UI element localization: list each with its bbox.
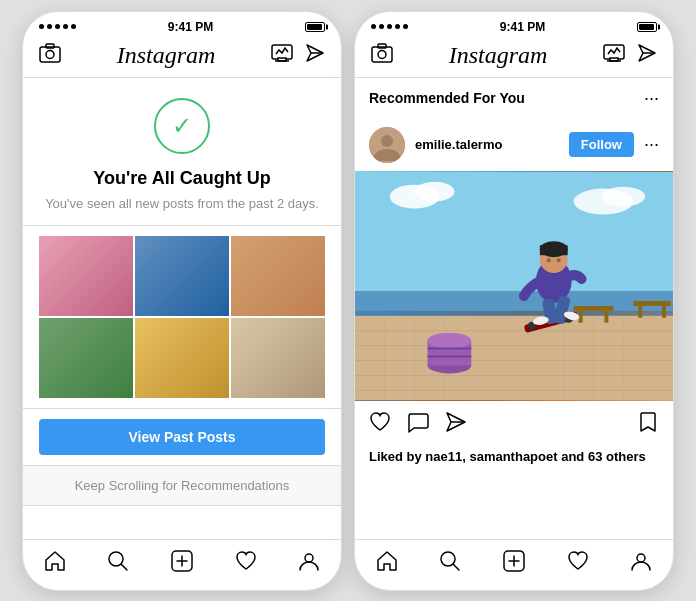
nav-right-right: [603, 43, 657, 68]
nav-right-left: [271, 43, 325, 68]
time-left: 9:41 PM: [168, 20, 213, 34]
svg-rect-49: [662, 305, 666, 317]
nav-search-left[interactable]: [107, 550, 129, 578]
battery-icon-right: [637, 22, 657, 32]
signal-dot-4: [63, 24, 68, 29]
svg-rect-65: [540, 245, 568, 255]
grid-cell-3: [231, 236, 325, 316]
svg-rect-2: [46, 44, 54, 48]
nav-bar-left: Instagram: [23, 38, 341, 78]
send-icon[interactable]: [305, 43, 325, 68]
signal-dot-5: [71, 24, 76, 29]
keep-scrolling-bar: Keep Scrolling for Recommendations: [23, 465, 341, 506]
status-bar-right: 9:41 PM: [355, 12, 673, 38]
svg-point-69: [441, 552, 455, 566]
svg-rect-46: [604, 310, 608, 322]
nav-add-right[interactable]: [503, 550, 525, 578]
nav-heart-left[interactable]: [235, 550, 257, 578]
svg-point-21: [381, 135, 393, 147]
svg-rect-47: [633, 300, 671, 305]
grid-cell-1: [39, 236, 133, 316]
camera-icon-right[interactable]: [371, 43, 393, 68]
nav-profile-right[interactable]: [630, 550, 652, 578]
caught-up-section: ✓ You're All Caught Up You've seen all n…: [23, 78, 341, 226]
post-header: emilie.talermo Follow ···: [355, 119, 673, 171]
nav-bar-right: Instagram: [355, 38, 673, 78]
checkmark-circle: ✓: [154, 98, 210, 154]
grid-cell-6: [231, 318, 325, 398]
recommended-title: Recommended For You: [369, 90, 525, 106]
signal-dots: [39, 24, 76, 29]
send-icon-right[interactable]: [637, 43, 657, 68]
grid-container: [39, 236, 325, 398]
signal-dot-2: [47, 24, 52, 29]
share-icon[interactable]: [445, 411, 467, 439]
logo-right: Instagram: [449, 42, 548, 69]
svg-rect-13: [372, 47, 392, 62]
battery-icon-left: [305, 22, 325, 32]
bottom-nav-left: [23, 539, 341, 590]
checkmark-icon: ✓: [172, 112, 192, 140]
like-icon[interactable]: [369, 411, 391, 439]
svg-rect-48: [638, 305, 642, 317]
recommended-header: Recommended For You ···: [355, 78, 673, 119]
signal-dot-r3: [387, 24, 392, 29]
signal-dot-r2: [379, 24, 384, 29]
time-right: 9:41 PM: [500, 20, 545, 34]
post-options-icon[interactable]: ···: [644, 134, 659, 155]
svg-point-24: [415, 181, 455, 201]
post-image: [355, 171, 673, 401]
svg-rect-15: [378, 44, 386, 48]
more-options-icon[interactable]: ···: [644, 88, 659, 109]
username: emilie.talermo: [415, 137, 559, 152]
nav-heart-right[interactable]: [567, 550, 589, 578]
left-phone: 9:41 PM Instagram: [22, 11, 342, 591]
svg-rect-28: [355, 315, 673, 399]
right-phone: 9:41 PM Instagram: [354, 11, 674, 591]
battery-area-right: [637, 22, 657, 32]
svg-point-66: [547, 258, 551, 262]
post-likes: Liked by nae11, samanthapoet and 63 othe…: [355, 449, 673, 468]
nav-home-left[interactable]: [44, 550, 66, 578]
post-actions: [355, 401, 673, 449]
avatar: [369, 127, 405, 163]
follow-button[interactable]: Follow: [569, 132, 634, 157]
grid-cell-2: [135, 236, 229, 316]
nav-add-left[interactable]: [171, 550, 193, 578]
caught-up-subtitle: You've seen all new posts from the past …: [45, 195, 319, 213]
signal-dots-right: [371, 24, 408, 29]
battery-fill-right: [639, 24, 654, 30]
logo-left: Instagram: [117, 42, 216, 69]
signal-dot-3: [55, 24, 60, 29]
grid-cell-5: [135, 318, 229, 398]
battery-area-left: [305, 22, 325, 32]
svg-point-67: [557, 258, 561, 262]
view-past-button[interactable]: View Past Posts: [39, 419, 325, 455]
signal-dot-r5: [403, 24, 408, 29]
svg-line-8: [122, 564, 128, 570]
svg-rect-0: [40, 47, 60, 62]
bottom-nav-right: [355, 539, 673, 590]
activity-icon-right[interactable]: [603, 44, 625, 67]
svg-point-7: [109, 552, 123, 566]
svg-rect-44: [574, 305, 614, 310]
left-content: ✓ You're All Caught Up You've seen all n…: [23, 78, 341, 539]
svg-point-1: [46, 50, 54, 58]
camera-icon[interactable]: [39, 43, 61, 68]
signal-dot-r1: [371, 24, 376, 29]
nav-search-right[interactable]: [439, 550, 461, 578]
grid-cell-4: [39, 318, 133, 398]
comment-icon[interactable]: [407, 411, 429, 439]
caught-up-title: You're All Caught Up: [93, 168, 270, 189]
nav-profile-left[interactable]: [298, 550, 320, 578]
signal-dot-1: [39, 24, 44, 29]
activity-icon[interactable]: [271, 44, 293, 67]
status-bar-left: 9:41 PM: [23, 12, 341, 38]
svg-point-12: [305, 554, 313, 562]
svg-line-70: [454, 564, 460, 570]
nav-home-right[interactable]: [376, 550, 398, 578]
likes-text: Liked by nae11, samanthapoet and 63 othe…: [369, 449, 646, 464]
svg-point-26: [601, 186, 645, 206]
photo-grid: [23, 226, 341, 409]
bookmark-icon[interactable]: [637, 411, 659, 439]
